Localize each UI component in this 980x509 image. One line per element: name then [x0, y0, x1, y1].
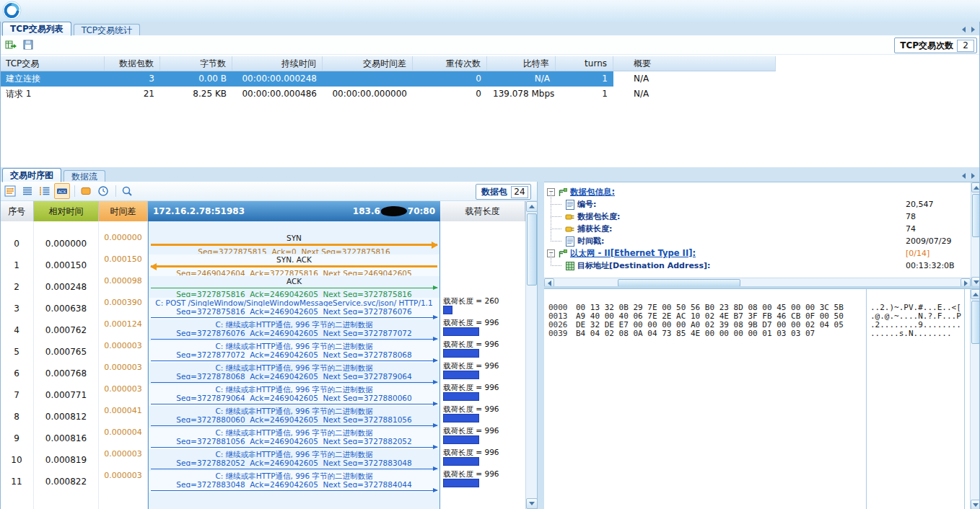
tab-scroll-right-button[interactable] — [969, 25, 977, 34]
tree-row[interactable]: 目标地址[Destination Address]:00:13:32:0B — [547, 260, 968, 272]
payload-bar — [443, 349, 479, 358]
scroll-right-button[interactable] — [961, 278, 971, 286]
redaction-mark — [381, 205, 407, 216]
seq-row[interactable]: 110.0008220.000003C: 继续或非HTTP通信, 996 字节的… — [0, 471, 525, 492]
payload-cell — [440, 276, 525, 298]
tx-col-header[interactable]: 字节数 — [160, 56, 232, 71]
packet-seq-info: Seq=2469042604 Ack=3727875816 Next Seq=2… — [149, 270, 439, 276]
tree-field-label: 编号: — [577, 199, 596, 210]
tx-col-header[interactable]: 比特率 — [487, 56, 556, 71]
packet-title: C: 继续或非HTTP通信, 996 字节的二进制数据 — [149, 407, 439, 415]
hex-vertical-scrollbar[interactable] — [970, 289, 980, 509]
tab-scroll-left-button[interactable] — [960, 171, 968, 180]
highlight-icon[interactable] — [78, 183, 94, 199]
payload-bar — [443, 371, 479, 379]
packet-arrow — [151, 469, 437, 469]
tx-col-header[interactable]: 重传次数 — [413, 56, 487, 71]
packet-title: SYN, ACK — [149, 256, 439, 262]
scroll-left-button[interactable] — [544, 278, 554, 286]
tab-scroll-controls-lower — [960, 171, 980, 182]
lower-split-area: ACK 数据包 24 序号 相对时 — [0, 182, 980, 509]
tx-col-header[interactable]: turns — [556, 56, 613, 71]
seq-row[interactable]: 40.0007620.000124C: 继续或非HTTP通信, 996 字节的二… — [0, 319, 525, 341]
payload-length-label: 载荷长度 = 260 — [443, 298, 525, 305]
seq-no: 0 — [0, 233, 34, 254]
scroll-thumb[interactable] — [618, 279, 740, 286]
payload-bar — [443, 414, 479, 422]
seq-diagram-cell: C: 继续或非HTTP通信, 996 字节的二进制数据Seq=372788105… — [148, 428, 440, 449]
packet-title: C: 继续或非HTTP通信, 996 字节的二进制数据 — [149, 472, 439, 479]
tcp-transaction-count-value: 2 — [957, 40, 974, 52]
scroll-thumb[interactable] — [527, 213, 537, 286]
ack-filter-icon[interactable]: ACK — [54, 183, 70, 199]
tx-cell: 8.25 KB — [160, 87, 232, 102]
seq-row[interactable]: 00.0000000.000000SYNSeq=3727875815 Ack=0… — [0, 233, 525, 254]
window-left-edge — [0, 22, 1, 509]
seq-row[interactable]: 100.0008190.000003C: 继续或非HTTP通信, 996 字节的… — [0, 449, 525, 471]
seq-row[interactable]: 30.0006380.000390C: POST /SingleWindow/S… — [0, 298, 525, 319]
tx-row[interactable]: 建立连接30.00 B00:00:00.0002480N/A1N/A — [0, 71, 776, 87]
tab-transaction-sequence-diagram[interactable]: 交易时序图 — [2, 168, 61, 182]
seq-row[interactable]: 60.0007680.000003C: 继续或非HTTP通信, 996 字节的二… — [0, 363, 525, 384]
tab-tcp-transaction-list[interactable]: TCP交易列表 — [2, 22, 71, 36]
payload-length-label: 载荷长度 = 996 — [443, 449, 525, 456]
list-view-icon[interactable] — [19, 183, 35, 199]
tree-section-row[interactable]: −数据包信息: — [547, 186, 968, 198]
seq-time-diff: 0.000124 — [99, 319, 148, 341]
payload-cell: 载荷长度 = 996 — [440, 341, 525, 363]
panel-splitter[interactable] — [538, 182, 544, 509]
lower-tab-bar: 交易时序图 数据流 — [0, 167, 980, 182]
tx-col-header[interactable]: 交易时间差 — [323, 56, 413, 71]
col-header-payload-length[interactable]: 载荷长度 — [440, 201, 525, 221]
sequence-vertical-scrollbar[interactable] — [525, 201, 537, 509]
toolbar-separator — [115, 185, 116, 197]
sequence-toolbar: ACK 数据包 24 — [0, 182, 537, 201]
tree-row[interactable]: 捕获长度:74 — [547, 223, 968, 235]
seq-row[interactable]: 50.0007650.000003C: 继续或非HTTP通信, 996 字节的二… — [0, 341, 525, 363]
tx-col-header[interactable]: 持续时间 — [232, 56, 323, 71]
doc-icon — [564, 199, 575, 210]
col-header-relative-time[interactable]: 相对时间 — [34, 201, 99, 221]
seq-row[interactable]: 70.0007710.000003C: 继续或非HTTP通信, 996 字节的二… — [0, 384, 525, 406]
tx-col-header[interactable]: 概要 — [613, 56, 776, 71]
seq-row[interactable]: 20.0002480.000098ACKSeq=3727875816 Ack=2… — [0, 276, 525, 298]
tx-cell: 0.00 B — [160, 71, 232, 87]
packet-detail-tree: −数据包信息:编号:20,547数据包长度:78捕获长度:74时间戳:2009/… — [544, 182, 980, 286]
endpoint-server: 183.670:80 — [353, 206, 435, 216]
seq-row[interactable]: 80.0008120.000041C: 继续或非HTTP通信, 996 字节的二… — [0, 406, 525, 428]
tree-field-label: 数据包长度: — [577, 211, 620, 222]
tree-section-row[interactable]: −以太网 - II[Ethernet Type II]:[0/14] — [547, 247, 968, 260]
tx-col-header[interactable]: TCP交易 — [0, 56, 105, 71]
sequence-diagram-panel: ACK 数据包 24 序号 相对时 — [0, 182, 538, 509]
tree-row[interactable]: 数据包长度:78 — [547, 211, 968, 223]
zoom-icon[interactable] — [119, 183, 135, 199]
tab-tcp-transaction-stats[interactable]: TCP交易统计 — [74, 24, 140, 36]
packet-seq-info: Seq=3727882052 Ack=2469042605 Next Seq=3… — [149, 459, 439, 466]
tx-row[interactable]: 请求 1218.25 KB00:00:00.00048600:00:00.000… — [0, 87, 776, 102]
payload-cell: 载荷长度 = 996 — [440, 363, 525, 384]
packet-list-icon[interactable] — [37, 183, 53, 199]
tree-horizontal-scrollbar[interactable] — [544, 278, 971, 286]
tab-data-stream[interactable]: 数据流 — [64, 170, 105, 182]
seq-row[interactable]: 90.0008160.000004C: 继续或非HTTP通信, 996 字节的二… — [0, 428, 525, 449]
clock-icon[interactable] — [95, 183, 111, 199]
tx-col-header[interactable]: 数据包数 — [105, 56, 160, 71]
tab-scroll-left-button[interactable] — [960, 25, 968, 34]
seq-filler — [0, 492, 525, 509]
tree-row[interactable]: 时间戳:2009/07/29 — [547, 235, 968, 247]
sequence-diagram-view-icon[interactable] — [2, 183, 18, 199]
seq-row[interactable]: 10.0001500.000150SYN, ACKSeq=2469042604 … — [0, 254, 525, 276]
tcp-transaction-panel: TCP交易次数 2 TCP交易数据包数字节数持续时间交易时间差重传次数比特率tu… — [0, 35, 980, 167]
packet-title: ACK — [149, 278, 439, 285]
tree-row[interactable]: 编号:20,547 — [547, 198, 968, 211]
col-header-time-diff[interactable]: 时间差 — [99, 201, 148, 221]
tcp-transaction-count-label: TCP交易次数 — [900, 40, 953, 52]
scroll-up-button[interactable] — [526, 201, 538, 212]
col-header-no[interactable]: 序号 — [0, 201, 34, 221]
export-icon[interactable] — [3, 37, 19, 53]
save-icon[interactable] — [20, 37, 36, 53]
packet-title: C: POST /SingleWindow/SingleWindowMessag… — [149, 299, 439, 306]
tab-scroll-right-button[interactable] — [969, 171, 977, 180]
payload-cell: 载荷长度 = 996 — [440, 428, 525, 449]
scroll-down-button[interactable] — [526, 498, 538, 509]
